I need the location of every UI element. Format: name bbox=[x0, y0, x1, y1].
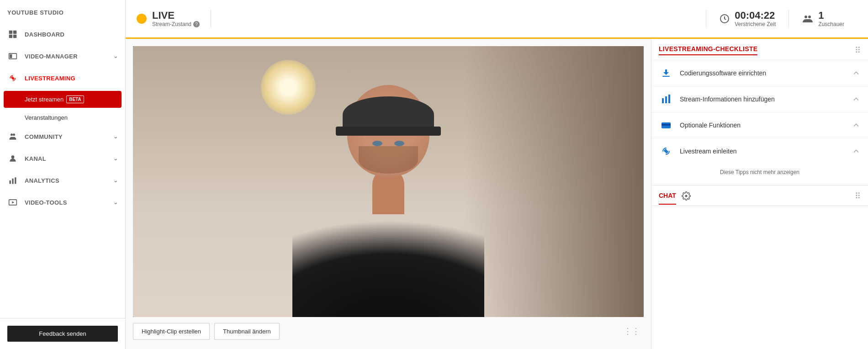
svg-point-6 bbox=[12, 77, 14, 79]
elapsed-value: 00:04:22 bbox=[735, 10, 776, 21]
highlight-clip-button[interactable]: Highlight-Clip erstellen bbox=[133, 323, 210, 340]
analytics-icon bbox=[7, 175, 18, 186]
livestreaming-icon bbox=[7, 73, 18, 84]
checklist-title: LIVESTREAMING-CHECKLISTE bbox=[659, 45, 757, 55]
chat-settings-icon[interactable] bbox=[682, 191, 691, 205]
video-section: Highlight-Clip erstellen Thumbnail änder… bbox=[126, 39, 651, 349]
svg-point-24 bbox=[665, 150, 667, 153]
svg-rect-0 bbox=[9, 31, 13, 34]
dashboard-icon bbox=[7, 29, 18, 40]
radio-icon bbox=[659, 144, 673, 159]
sidebar-item-livestreaming[interactable]: LIVESTREAMING bbox=[0, 67, 125, 89]
sidebar-item-label: VIDEO-MANAGER bbox=[25, 53, 78, 60]
chevron-down-icon: ⌄ bbox=[113, 133, 118, 140]
app-title: YOUTUBE STUDIO bbox=[0, 0, 125, 23]
svg-rect-2 bbox=[9, 35, 13, 38]
video-container bbox=[133, 46, 644, 317]
chat-header-right: ⠿ bbox=[855, 191, 861, 206]
checklist-options-icon[interactable]: ⠿ bbox=[855, 45, 861, 55]
checklist-item-optional[interactable]: Optionale Funktionen bbox=[651, 112, 868, 138]
content-area: Highlight-Clip erstellen Thumbnail änder… bbox=[126, 39, 868, 349]
thumbnail-button[interactable]: Thumbnail ändern bbox=[214, 323, 280, 340]
checklist-item-label: Livestream einleiten bbox=[680, 148, 852, 155]
chat-options-icon[interactable]: ⠿ bbox=[855, 191, 861, 201]
sidebar-item-dashboard[interactable]: DASHBOARD bbox=[0, 23, 125, 45]
chevron-down-icon: ⌄ bbox=[113, 53, 118, 59]
bar-chart-icon bbox=[659, 92, 673, 106]
feedback-button[interactable]: Feedback senden bbox=[7, 326, 118, 342]
live-sub: Stream-Zustand ? bbox=[152, 21, 200, 27]
checklist-item-stream-info[interactable]: Stream-Informationen hinzufügen bbox=[651, 86, 868, 112]
checklist-item-encoding[interactable]: Codierungssoftware einrichten bbox=[651, 60, 868, 86]
sidebar-subitem-jetzt-streamen[interactable]: Jetzt streamen BETA bbox=[4, 91, 122, 108]
checklist-item-label: Codierungssoftware einrichten bbox=[680, 69, 852, 77]
community-icon bbox=[7, 131, 18, 142]
sidebar-item-label: COMMUNITY bbox=[25, 133, 63, 140]
svg-rect-11 bbox=[12, 179, 13, 184]
chevron-down-icon: ⌄ bbox=[113, 155, 118, 162]
chat-header: CHAT ⠿ bbox=[651, 185, 868, 206]
svg-rect-18 bbox=[662, 76, 670, 77]
svg-rect-20 bbox=[665, 96, 667, 103]
svg-rect-10 bbox=[10, 180, 11, 184]
elapsed-label: Verstrichene Zeit bbox=[735, 21, 776, 27]
collapse-icon[interactable] bbox=[852, 121, 861, 130]
right-panel: LIVESTREAMING-CHECKLISTE ⠿ Codierungssof… bbox=[651, 39, 868, 349]
header-stats: 00:04:22 Verstrichene Zeit 1 Zuschauer bbox=[706, 10, 857, 27]
header-bar: LIVE Stream-Zustand ? 00:04:22 Verstri bbox=[126, 0, 868, 39]
sidebar-footer: Feedback senden bbox=[0, 318, 125, 349]
sidebar-item-label: DASHBOARD bbox=[25, 31, 64, 38]
help-icon[interactable]: ? bbox=[193, 21, 200, 27]
sidebar-item-video-tools[interactable]: VIDEO-TOOLS ⌄ bbox=[0, 191, 125, 213]
live-label: LIVE bbox=[152, 10, 200, 21]
svg-point-9 bbox=[11, 155, 15, 159]
sidebar-item-video-manager[interactable]: VIDEO-MANAGER ⌄ bbox=[0, 45, 125, 67]
card-icon bbox=[659, 118, 673, 132]
svg-rect-1 bbox=[13, 31, 17, 34]
sidebar-item-kanal[interactable]: KANAL ⌄ bbox=[0, 148, 125, 169]
sidebar-item-label: VIDEO-TOOLS bbox=[25, 199, 67, 206]
beta-badge: BETA bbox=[66, 95, 84, 103]
viewers-value: 1 bbox=[818, 10, 844, 21]
svg-rect-19 bbox=[662, 98, 664, 103]
checklist-item-label: Stream-Informationen hinzufügen bbox=[680, 95, 852, 103]
sidebar-nav: DASHBOARD VIDEO-MANAGER ⌄ bbox=[0, 23, 125, 318]
video-controls: Highlight-Clip erstellen Thumbnail änder… bbox=[133, 317, 644, 342]
chat-tabs: CHAT bbox=[659, 191, 691, 205]
jetzt-streamen-label: Jetzt streamen bbox=[25, 96, 64, 103]
sidebar-item-community[interactable]: COMMUNITY ⌄ bbox=[0, 126, 125, 148]
video-tools-icon bbox=[7, 197, 18, 208]
video-manager-icon bbox=[7, 51, 18, 62]
clock-icon bbox=[719, 13, 730, 24]
svg-rect-3 bbox=[13, 35, 17, 38]
chat-section: CHAT ⠿ bbox=[651, 185, 868, 349]
collapse-icon[interactable] bbox=[852, 147, 861, 156]
svg-point-16 bbox=[804, 16, 807, 18]
veranstaltungen-label: Veranstaltungen bbox=[25, 114, 68, 121]
grid-options-button[interactable]: ⋮⋮ bbox=[620, 323, 644, 340]
live-status: LIVE Stream-Zustand ? bbox=[137, 10, 211, 27]
main-area: LIVE Stream-Zustand ? 00:04:22 Verstri bbox=[126, 0, 868, 349]
live-info: LIVE Stream-Zustand ? bbox=[152, 10, 200, 27]
checklist-item-start-stream[interactable]: Livestream einleiten bbox=[651, 138, 868, 164]
viewers-stat: 1 Zuschauer bbox=[789, 10, 857, 27]
svg-point-17 bbox=[808, 16, 811, 18]
sidebar-item-label: LIVESTREAMING bbox=[25, 75, 75, 82]
sidebar-item-analytics[interactable]: ANALYTICS ⌄ bbox=[0, 169, 125, 191]
svg-point-7 bbox=[11, 133, 13, 136]
sidebar-subitem-veranstaltungen[interactable]: Veranstaltungen bbox=[0, 110, 125, 126]
chat-body bbox=[651, 206, 868, 349]
chat-tab[interactable]: CHAT bbox=[659, 192, 676, 205]
svg-rect-12 bbox=[15, 177, 16, 184]
live-indicator bbox=[137, 14, 147, 24]
hide-tips-link[interactable]: Diese Tipps nicht mehr anzeigen bbox=[720, 169, 799, 175]
kanal-icon bbox=[7, 153, 18, 164]
video-preview bbox=[133, 46, 644, 317]
sidebar: YOUTUBE STUDIO DASHBOARD VIDEO-MANAGER ⌄ bbox=[0, 0, 126, 349]
svg-rect-21 bbox=[668, 95, 670, 103]
collapse-icon[interactable] bbox=[852, 69, 861, 78]
viewers-label: Zuschauer bbox=[818, 21, 844, 27]
checklist-item-label: Optionale Funktionen bbox=[680, 122, 852, 129]
collapse-icon[interactable] bbox=[852, 95, 861, 104]
svg-marker-14 bbox=[12, 201, 14, 204]
